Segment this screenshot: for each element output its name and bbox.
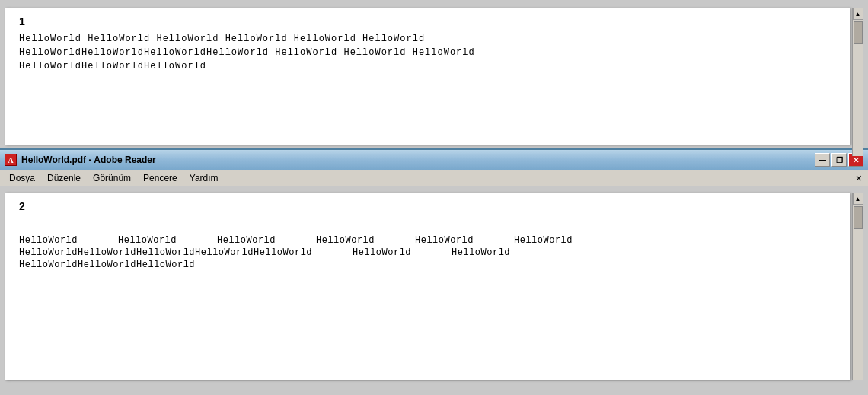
document-area-top: 1 HelloWorld HelloWorld HelloWorld Hello… xyxy=(0,0,868,148)
page1-line2: HelloWorldHelloWorldHelloWorldHelloWorld… xyxy=(19,46,837,59)
scrollbar-bottom[interactable]: ▲ xyxy=(852,193,863,380)
p2r1c5: HelloWorld xyxy=(415,235,514,246)
page-2-content: HelloWorld HelloWorld HelloWorld HelloWo… xyxy=(19,235,837,270)
page-1: 1 HelloWorld HelloWorld HelloWorld Hello… xyxy=(5,8,850,145)
menu-bar: Dosya Düzenle Görünüm Pencere Yardım × xyxy=(0,170,868,186)
scroll-up-btn-2[interactable]: ▲ xyxy=(853,193,863,205)
scroll-thumb-bottom[interactable] xyxy=(854,206,863,229)
menu-gorunum[interactable]: Görünüm xyxy=(87,171,137,185)
doc-wrapper-bottom: 2 HelloWorld HelloWorld HelloWorld Hello… xyxy=(5,193,863,380)
p2r1c6: HelloWorld xyxy=(514,235,613,246)
minimize-button[interactable]: — xyxy=(815,153,830,167)
page2-row3: HelloWorldHelloWorldHelloWorld xyxy=(19,260,837,270)
menu-yardim[interactable]: Yardım xyxy=(183,171,225,185)
scroll-up-btn[interactable]: ▲ xyxy=(853,8,863,20)
scrollbar-top[interactable]: ▲ xyxy=(852,8,863,156)
app-icon: A xyxy=(5,154,17,166)
p2r2c1: HelloWorldHelloWorldHelloWorldHelloWorld xyxy=(19,247,254,258)
page1-line3: HelloWorldHelloWorldHelloWorld xyxy=(19,59,837,73)
app-icon-label: A xyxy=(8,156,13,164)
page-2-number: 2 xyxy=(19,200,837,212)
document-area-bottom: 2 HelloWorld HelloWorld HelloWorld Hello… xyxy=(0,186,868,395)
p2r2c6: HelloWorld xyxy=(452,247,550,258)
title-text: HelloWorld.pdf - Adobe Reader xyxy=(21,154,815,165)
page1-line1: HelloWorld HelloWorld HelloWorld HelloWo… xyxy=(19,32,837,46)
restore-button[interactable]: ❐ xyxy=(831,153,847,167)
page-1-number: 1 xyxy=(19,15,837,27)
p2r1c3: HelloWorld xyxy=(217,235,316,246)
scroll-thumb-top[interactable] xyxy=(854,21,863,44)
page-2: 2 HelloWorld HelloWorld HelloWorld Hello… xyxy=(5,193,850,380)
page-1-content: HelloWorld HelloWorld HelloWorld HelloWo… xyxy=(19,32,837,73)
doc-wrapper-top: 1 HelloWorld HelloWorld HelloWorld Hello… xyxy=(5,8,863,145)
p2r1c4: HelloWorld xyxy=(316,235,415,246)
menu-duzenle[interactable]: Düzenle xyxy=(41,171,87,185)
title-bar: A HelloWorld.pdf - Adobe Reader — ❐ ✕ xyxy=(0,148,868,170)
page2-row2: HelloWorldHelloWorldHelloWorldHelloWorld… xyxy=(19,247,837,258)
p2r3c1: HelloWorldHelloWorldHelloWorld xyxy=(19,260,195,270)
p2r1c1: HelloWorld xyxy=(19,235,118,246)
p2r2c4: HelloWorld xyxy=(254,247,353,258)
menu-bar-close[interactable]: × xyxy=(853,172,865,184)
p2r1c2: HelloWorld xyxy=(118,235,217,246)
p2r2c5: HelloWorld xyxy=(353,247,452,258)
menu-pencere[interactable]: Pencere xyxy=(137,171,183,185)
menu-dosya[interactable]: Dosya xyxy=(3,171,41,185)
page2-row1: HelloWorld HelloWorld HelloWorld HelloWo… xyxy=(19,235,837,246)
